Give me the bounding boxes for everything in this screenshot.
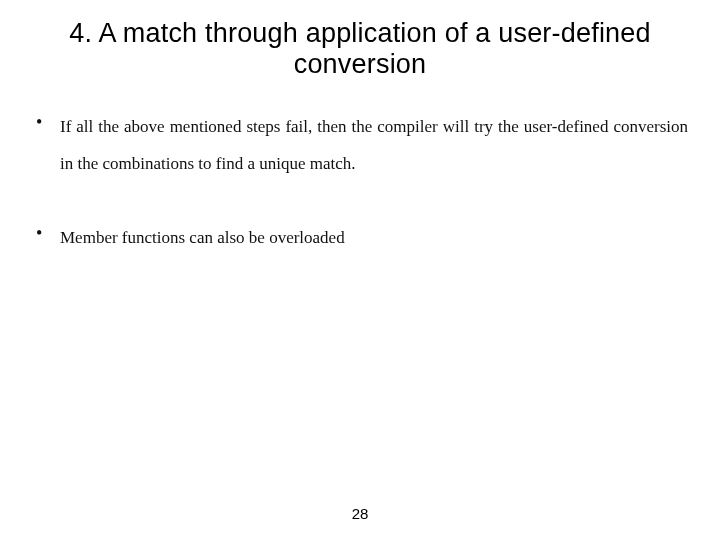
slide-title: 4. A match through application of a user…	[32, 18, 688, 80]
bullet-text: Member functions can also be overloaded	[60, 219, 688, 256]
page-number: 28	[0, 505, 720, 522]
list-item: • If all the above mentioned steps fail,…	[32, 108, 688, 183]
bullet-text: If all the above mentioned steps fail, t…	[60, 108, 688, 183]
slide: 4. A match through application of a user…	[0, 0, 720, 540]
bullet-icon: •	[32, 108, 60, 131]
slide-body: • If all the above mentioned steps fail,…	[32, 108, 688, 256]
list-item: • Member functions can also be overloade…	[32, 219, 688, 256]
bullet-icon: •	[32, 219, 60, 242]
